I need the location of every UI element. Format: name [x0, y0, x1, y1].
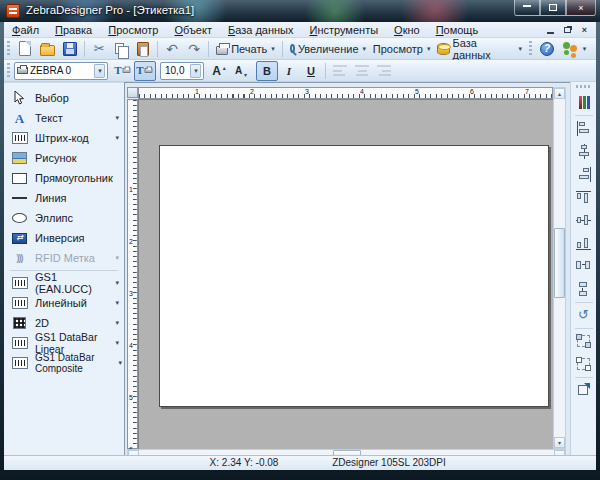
printer-fonts-icon: T [114, 65, 121, 76]
view-button[interactable]: Просмотр ▾ [370, 39, 433, 59]
printer-font-icon [17, 67, 28, 74]
user-accounts-button[interactable]: ▾ [558, 39, 590, 59]
menu-view[interactable]: Просмотр [100, 23, 166, 37]
new-button[interactable] [14, 39, 36, 59]
underline-button[interactable]: U [300, 61, 322, 81]
help-button[interactable]: ? [536, 39, 558, 59]
toolbox-item-2d[interactable]: 2D ▾ [4, 313, 124, 333]
distribute-horizontal-button[interactable] [574, 257, 594, 276]
label-canvas[interactable] [159, 145, 549, 407]
menu-database[interactable]: База данных [220, 23, 302, 37]
align-text-right-button[interactable] [373, 61, 395, 81]
maximize-button[interactable] [540, 0, 566, 16]
align-bottom-button[interactable] [574, 234, 594, 253]
database-button[interactable]: База данных ▾ [433, 39, 526, 59]
toolbox-item-databar-linear[interactable]: GS1 DataBar Linear ▾ [4, 333, 124, 353]
font-size-combo[interactable]: 10,0 ▾ [160, 62, 204, 80]
toolbox-item-rectangle[interactable]: Прямоугольник [4, 168, 124, 188]
toolbar-gripper[interactable] [576, 85, 592, 88]
chevron-down-icon[interactable]: ▾ [115, 319, 119, 327]
ungroup-button[interactable] [574, 355, 594, 374]
menu-object[interactable]: Объект [166, 23, 219, 37]
vertical-scroll-thumb[interactable] [554, 228, 565, 298]
align-text-center-button[interactable] [351, 61, 373, 81]
decrease-font-label: A [235, 66, 242, 76]
toolbox-item-text[interactable]: A Текст ▾ [4, 108, 124, 128]
italic-button[interactable]: I [278, 61, 300, 81]
rotate-button[interactable]: ↺ [574, 306, 594, 325]
font-name-dropdown[interactable]: ▾ [94, 64, 105, 78]
scroll-down-button[interactable]: ▾ [554, 437, 565, 448]
design-area[interactable] [138, 99, 553, 449]
chevron-down-icon[interactable]: ▾ [118, 359, 122, 367]
toolbox-item-label: Штрих-код [35, 132, 89, 144]
align-right-button[interactable] [574, 165, 594, 184]
open-button[interactable] [36, 39, 59, 59]
distribute-vertical-button[interactable] [574, 280, 594, 299]
print-button[interactable]: Печать ▾ [212, 39, 279, 59]
mdi-close-button[interactable]: × [577, 24, 592, 36]
chevron-down-icon[interactable]: ▾ [115, 134, 119, 142]
vertical-scrollbar[interactable]: ▴ ▾ [553, 87, 566, 449]
minimize-button[interactable] [514, 0, 540, 16]
menu-help[interactable]: Помощь [428, 23, 487, 37]
redo-button[interactable]: ↷ [183, 39, 205, 59]
toolbar-gripper[interactable] [7, 41, 10, 57]
toolbar-separator [575, 115, 593, 116]
align-left-button[interactable] [574, 119, 594, 138]
chevron-down-icon[interactable]: ▾ [115, 254, 119, 262]
bold-button[interactable]: B [256, 61, 278, 81]
color-palette-button[interactable] [574, 93, 594, 112]
cursor-icon [11, 90, 28, 106]
align-center-horizontal-button[interactable] [574, 142, 594, 161]
group-button[interactable] [574, 332, 594, 351]
chevron-down-icon: ▾ [363, 45, 367, 53]
decrease-font-button[interactable]: A ▾ [230, 61, 252, 81]
toolbox-item-inverse[interactable]: ⇄ Инверсия [4, 228, 124, 248]
align-top-button[interactable] [574, 188, 594, 207]
mdi-restore-button[interactable] [560, 24, 575, 36]
show-truetype-fonts-toggle[interactable]: T [134, 61, 156, 81]
toolbox-item-databar-composite[interactable]: GS1 DataBar Composite ▾ [4, 353, 124, 373]
close-button[interactable]: × [566, 0, 596, 16]
chevron-down-icon[interactable]: ▾ [115, 299, 119, 307]
toolbox-item-rfid[interactable]: ))) RFID Метка ▾ [4, 248, 124, 268]
toolbox-item-linear[interactable]: Линейный ▾ [4, 293, 124, 313]
chevron-down-icon[interactable]: ▾ [115, 279, 119, 287]
scroll-up-button[interactable]: ▴ [554, 88, 565, 99]
font-name-combo[interactable]: ZEBRA 0 ▾ [14, 62, 108, 80]
cut-button[interactable]: ✂ [88, 39, 110, 59]
menu-window[interactable]: Окно [386, 23, 428, 37]
menu-tools[interactable]: Инструменты [301, 23, 386, 37]
toolbar-gripper[interactable] [7, 63, 10, 79]
font-size-dropdown[interactable]: ▾ [190, 64, 201, 78]
undo-button[interactable]: ↶ [161, 39, 183, 59]
increase-font-button[interactable]: A ▴ [208, 61, 230, 81]
save-button[interactable] [59, 39, 81, 59]
toolbox-item-line[interactable]: Линия [4, 188, 124, 208]
menu-file[interactable]: Файл [4, 23, 47, 37]
ruler-number: 4 [360, 88, 364, 95]
chevron-down-icon[interactable]: ▾ [115, 114, 119, 122]
customize-button[interactable] [574, 381, 594, 400]
ruler-number: 1 [129, 186, 133, 193]
toolbar-separator [208, 41, 209, 57]
chevron-down-icon[interactable]: ▾ [115, 339, 119, 347]
toolbox-item-gs1[interactable]: GS1 (EAN.UCC) ▾ [4, 273, 124, 293]
mdi-minimize-button[interactable] [543, 24, 558, 36]
chevron-down-icon: ▾ [271, 45, 275, 53]
copy-button[interactable] [110, 39, 132, 59]
picture-icon [11, 150, 28, 166]
toolbox-item-barcode[interactable]: Штрих-код ▾ [4, 128, 124, 148]
align-center-vertical-button[interactable] [574, 211, 594, 230]
show-printer-fonts-toggle[interactable]: T [112, 61, 134, 81]
zoom-button[interactable]: Увеличение ▾ [286, 39, 370, 59]
toolbar-gripper[interactable] [529, 41, 532, 57]
chevron-down-icon: ▾ [519, 45, 523, 53]
toolbox-item-picture[interactable]: Рисунок [4, 148, 124, 168]
menu-edit[interactable]: Правка [47, 23, 100, 37]
paste-button[interactable] [132, 39, 154, 59]
toolbox-item-ellipse[interactable]: Эллипс [4, 208, 124, 228]
toolbox-item-select[interactable]: Выбор [4, 88, 124, 108]
align-text-left-button[interactable] [329, 61, 351, 81]
